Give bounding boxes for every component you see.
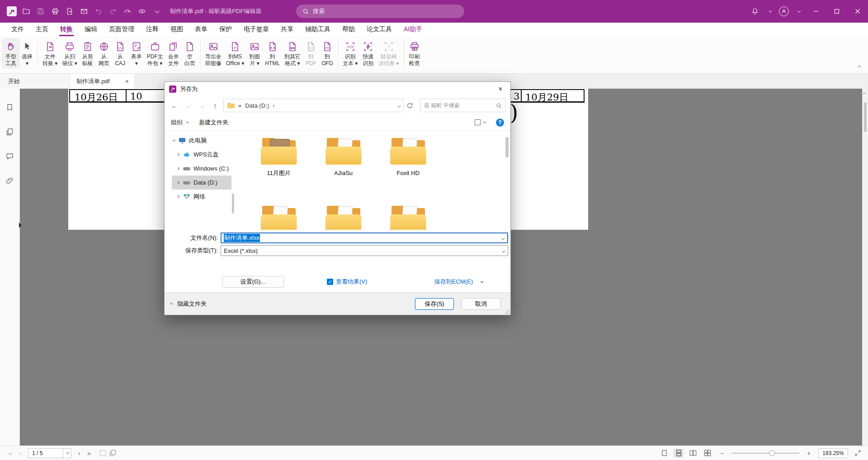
nav-up-icon[interactable]: ↑: [210, 102, 221, 109]
panel-expand-arrow-icon[interactable]: [19, 223, 24, 228]
scroll-up-icon[interactable]: [863, 92, 866, 95]
expander-right-icon[interactable]: [175, 167, 180, 170]
pages-panel-icon[interactable]: [3, 125, 17, 138]
tool-export-all-images[interactable]: 导出全 部图像: [203, 39, 224, 68]
menu-tab-edit[interactable]: 编辑: [79, 23, 103, 36]
zoom-slider[interactable]: [731, 453, 799, 454]
folder-item[interactable]: Foxit HD: [376, 136, 440, 204]
menu-tab-protect[interactable]: 保护: [213, 23, 238, 36]
global-search-input[interactable]: 搜索: [296, 5, 464, 18]
address-chevron[interactable]: ›: [273, 102, 274, 109]
tree-item-windows-c[interactable]: Windows (C:): [172, 161, 231, 175]
tool-from-web[interactable]: 从 网页: [96, 39, 112, 68]
menu-tab-help[interactable]: 帮助: [336, 23, 361, 36]
nav-forward-icon[interactable]: →: [183, 102, 193, 109]
menu-tab-paper-tools[interactable]: 论文工具: [361, 23, 398, 36]
menu-tab-file[interactable]: 文件: [5, 23, 30, 36]
menu-tab-share[interactable]: 共享: [275, 23, 299, 36]
minimize-button[interactable]: [806, 0, 826, 23]
folder-item-partial[interactable]: [311, 204, 376, 230]
tool-form[interactable]: 表单 ▾: [128, 39, 145, 68]
tool-file-convert[interactable]: 文件 转换 ▾: [40, 39, 60, 68]
account-caret-icon[interactable]: [791, 5, 806, 18]
notifications-bell-icon[interactable]: [748, 5, 762, 18]
open-icon[interactable]: [19, 5, 33, 18]
collapse-ribbon-icon[interactable]: [859, 63, 862, 70]
folder-item[interactable]: AJiaSu: [311, 136, 376, 204]
tool-from-caj[interactable]: CAJ 从 CAJ: [112, 39, 128, 68]
tool-to-image[interactable]: 到图 片 ▾: [246, 39, 263, 68]
tool-from-clipboard[interactable]: 从剪 贴板: [80, 39, 96, 68]
continuous-view-icon[interactable]: [674, 449, 684, 458]
dialog-search-icon[interactable]: [496, 103, 502, 109]
resize-grip-icon[interactable]: [505, 309, 509, 314]
dialog-close-icon[interactable]: ×: [491, 82, 510, 96]
tree-item-network[interactable]: 网络: [172, 190, 231, 204]
address-bar[interactable]: « Data (D:) ›: [223, 99, 404, 112]
previous-page-icon[interactable]: ‹: [15, 450, 25, 457]
single-page-view-icon[interactable]: [659, 449, 669, 458]
save-to-ecm-button[interactable]: 保存到ECM(E): [434, 278, 482, 286]
maximize-button[interactable]: [826, 0, 847, 23]
dialog-search-input[interactable]: 在 福昕 中搜索: [420, 99, 506, 112]
close-button[interactable]: [847, 0, 868, 23]
filename-dropdown-caret-icon[interactable]: [501, 235, 504, 242]
tab-close-icon[interactable]: ×: [124, 78, 130, 85]
save-icon[interactable]: [33, 5, 48, 18]
last-page-icon[interactable]: »: [84, 450, 94, 457]
tool-ocr-quick-recognize[interactable]: 快速 识别: [360, 39, 376, 68]
address-dropdown-caret-icon[interactable]: [397, 102, 400, 109]
menu-tab-accessibility[interactable]: 辅助工具: [299, 23, 336, 36]
facing-continuous-view-icon[interactable]: [703, 449, 712, 458]
menu-tab-comment[interactable]: 注释: [140, 23, 165, 36]
tool-from-scanner[interactable]: 从扫 描仪 ▾: [60, 39, 79, 68]
help-icon[interactable]: ?: [496, 119, 504, 127]
zoom-level-input[interactable]: 183.25%: [818, 448, 848, 458]
tool-to-html[interactable]: 到 HTML: [263, 39, 282, 68]
tool-blank-page[interactable]: 空 白页: [182, 39, 198, 68]
account-avatar[interactable]: [777, 5, 791, 18]
tool-select[interactable]: 选择 ▾: [19, 39, 35, 68]
clipboard-copy-icon[interactable]: [108, 450, 118, 456]
zoom-out-icon[interactable]: −: [717, 450, 727, 457]
notifications-caret-icon[interactable]: [762, 5, 777, 18]
tree-item-wps-cloud[interactable]: WPS云盘: [172, 147, 231, 161]
export-icon[interactable]: [62, 5, 77, 18]
ecm-caret-icon[interactable]: [480, 280, 483, 283]
attachments-panel-icon[interactable]: [3, 174, 17, 187]
tool-merge-files[interactable]: 合并 文件: [165, 39, 182, 68]
fullscreen-icon[interactable]: [853, 450, 863, 456]
menu-tab-view[interactable]: 视图: [165, 23, 189, 36]
tool-ocr-recognize-text[interactable]: OCR 识别 文本 ▾: [340, 39, 360, 68]
zoom-in-icon[interactable]: +: [804, 450, 814, 457]
menu-tab-convert[interactable]: 转换: [54, 23, 79, 36]
folder-item[interactable]: Foxit PDF Converter: [246, 204, 311, 230]
menu-tab-esign[interactable]: 电子签章: [238, 23, 275, 36]
view-mode-button[interactable]: [475, 119, 485, 125]
undo-icon[interactable]: [91, 5, 106, 18]
filetype-dropdown-caret-icon[interactable]: [502, 247, 504, 254]
comments-panel-icon[interactable]: [3, 149, 17, 163]
tree-item-data-d[interactable]: Data (D:): [172, 175, 231, 190]
snapshot-icon[interactable]: [98, 450, 108, 456]
next-page-icon[interactable]: ›: [74, 450, 84, 457]
dialog-titlebar[interactable]: 另存为 ×: [165, 82, 510, 96]
print-icon[interactable]: [48, 5, 62, 18]
expander-right-icon[interactable]: [175, 153, 180, 156]
refresh-icon[interactable]: [406, 102, 417, 109]
folder-item-partial[interactable]: [376, 204, 440, 230]
tool-to-ms-office[interactable]: W 到MS Office ▾: [224, 39, 246, 68]
file-list-scrollbar-thumb[interactable]: [505, 137, 509, 157]
bookmarks-panel-icon[interactable]: [3, 100, 17, 114]
hide-folders-button[interactable]: 隐藏文件夹: [171, 300, 207, 308]
view-results-label[interactable]: 查看结果(V): [336, 278, 367, 286]
organize-menu-button[interactable]: 组织: [171, 119, 188, 127]
expander-down-icon[interactable]: [171, 139, 175, 142]
preview-icon[interactable]: [135, 5, 149, 18]
facing-view-icon[interactable]: [688, 449, 698, 458]
tab-start[interactable]: 开始: [0, 74, 70, 89]
menu-tab-home[interactable]: 主页: [30, 23, 54, 36]
tree-item-this-pc[interactable]: 此电脑: [167, 133, 231, 147]
menu-tab-page-management[interactable]: 页面管理: [103, 23, 140, 36]
file-list-scrollbar[interactable]: [505, 135, 509, 230]
